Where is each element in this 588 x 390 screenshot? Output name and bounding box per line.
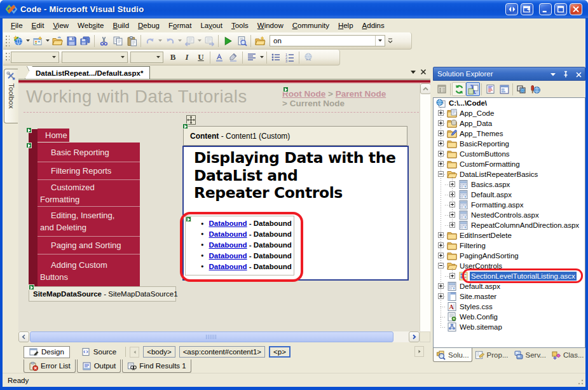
tree-label[interactable]: PagingAndSorting [458,251,520,260]
menu-format[interactable]: Format [164,20,196,31]
expand-icon[interactable] [438,293,444,299]
collapse-icon[interactable] [438,171,444,177]
find-doc-button[interactable] [235,34,249,48]
tree-label[interactable]: C:\...\Code\ [448,99,488,108]
tree-label[interactable]: CustomFormatting [458,160,521,169]
close-button[interactable] [570,3,582,15]
nav-back-button[interactable] [182,34,196,48]
horizontal-scroll-thumb[interactable] [30,331,393,342]
nav-item-home[interactable]: Home [38,129,69,142]
tree-label[interactable]: App_Data [458,119,493,128]
scroll-left-icon[interactable] [18,331,29,342]
format-combobox-2[interactable] [62,52,128,63]
tree-label[interactable]: Web.Config [458,312,499,321]
new-website-button[interactable] [11,34,25,48]
expand-icon[interactable] [438,232,444,238]
open-folder-button[interactable] [50,34,64,48]
align-left-button[interactable] [245,51,259,64]
smart-tag-icon[interactable] [26,143,32,148]
menu-help[interactable]: Help [334,20,358,31]
tree-label[interactable]: App_Themes [458,129,504,138]
menu-layout[interactable]: Layout [196,20,227,31]
close-panel-icon[interactable] [575,71,582,78]
menu-addins[interactable]: Addins [358,20,389,31]
design-surface[interactable]: Working with Data Tutorials Root Node > … [18,80,430,331]
tree-item-app-data[interactable]: App_Data [434,118,585,129]
tab-error-list[interactable]: Error List [24,359,76,373]
nav-item-adding-custom-buttons[interactable]: Adding CustomButtons [38,254,140,287]
minimize-button[interactable] [539,3,552,15]
tree-label[interactable]: Default.aspx [470,190,513,199]
aspnet-config-button[interactable] [528,82,542,96]
auto-hide-pin-icon[interactable] [561,71,570,78]
sitemapdatasource-control[interactable]: SiteMapDataSource - SiteMapDataSource1 [29,286,176,302]
expand-icon[interactable] [438,120,444,126]
italic-i-button[interactable]: I [180,51,194,64]
nav-item-filtering-reports[interactable]: Filtering Reports [38,162,140,179]
menu-window[interactable]: Window [253,20,288,31]
menu-tools[interactable]: Tools [227,20,253,31]
underline-u-button[interactable]: U [194,51,208,64]
tree-item-c-...-code[interactable]: C:\...\Code\ [434,98,585,108]
tree-label[interactable]: Basics.aspx [470,180,511,189]
breadcrumb-parent-link[interactable]: Parent Node [336,89,386,99]
nest-files-button[interactable] [466,82,480,96]
window-split-button[interactable] [505,3,518,15]
expand-icon[interactable] [438,242,444,248]
toolbox-tab[interactable]: Toolbox [4,69,18,123]
combobox-dropdown-icon[interactable] [49,52,58,62]
bullet-list-button[interactable] [269,51,283,64]
redo-dropdown-icon[interactable] [177,34,182,48]
expand-icon[interactable] [438,283,444,289]
tree-label[interactable]: Formatting.aspx [470,200,524,209]
redo-button[interactable] [163,34,177,48]
scroll-right-icon[interactable] [409,331,420,342]
add-item-button[interactable] [31,34,44,48]
save-button[interactable] [64,34,78,48]
tree-label[interactable]: EditInsertDelete [458,231,513,240]
menu-view[interactable]: View [48,20,73,31]
menu-file[interactable]: File [6,20,27,31]
folder-star-button[interactable] [253,34,267,48]
nav-back-dropdown-icon[interactable] [196,34,202,48]
copy-button[interactable] [111,34,125,48]
refresh-button[interactable] [452,82,466,96]
tab-find-results-1[interactable]: Find Results 1 [122,359,191,373]
expand-icon[interactable] [438,130,444,136]
tree-label[interactable]: NestedControls.aspx [470,211,540,219]
nav-item-paging-and-sorting[interactable]: Paging and Sorting [38,237,140,254]
nav-item-customized-formatting[interactable]: CustomizedFormatting [38,180,140,206]
undo-dropdown-icon[interactable] [157,34,163,48]
tab-output[interactable]: Output [77,359,121,373]
smart-tag-icon[interactable] [283,87,289,92]
tool-tab-serv[interactable]: Serv... [511,348,549,362]
smart-tag-icon[interactable] [182,123,188,129]
format-combobox-3[interactable] [130,52,163,63]
menu-edit[interactable]: Edit [27,20,49,31]
source-view-button[interactable]: Source [76,346,121,358]
smart-tag-icon[interactable] [29,284,34,290]
properties-button[interactable] [435,82,449,96]
tool-tab-clas[interactable]: Clas... [549,348,587,362]
save-all-button[interactable] [78,34,92,48]
tree-item-customformatting[interactable]: CustomFormatting [434,159,585,169]
format-combobox-1[interactable] [11,52,59,63]
tag-path-body[interactable]: <body> [143,346,175,358]
nav-item-editing-inserting-and-deleting[interactable]: Editing, Inserting,and Deleting [38,207,140,236]
copy-website-button[interactable] [514,82,528,96]
tree-label[interactable]: CustomButtons [458,150,511,158]
align-left-dropdown-icon[interactable] [259,51,264,64]
tree-item-app-themes[interactable]: App_Themes [434,129,585,139]
smart-tag-icon[interactable] [26,127,32,133]
toolbar-overflow-icon[interactable] [386,34,394,48]
expand-icon[interactable] [438,253,444,258]
window-float-button[interactable] [521,3,533,15]
start-debug-button[interactable] [221,34,235,48]
tree-item-web.sitemap[interactable]: Web.sitemap [434,322,585,332]
databound-list-control[interactable]: ●Databound - Databound●Databound - Datab… [185,216,294,275]
bold-b-button[interactable]: B [166,51,180,64]
view-code-button[interactable] [483,82,497,96]
font-color-button[interactable] [212,51,226,64]
tree-item-web.config[interactable]: Web.Config [434,312,585,322]
tree-label[interactable]: App_Code [458,109,495,118]
